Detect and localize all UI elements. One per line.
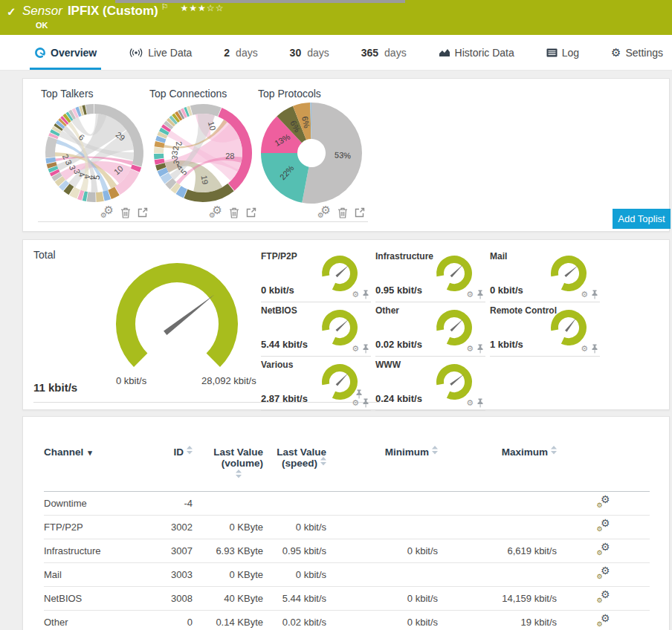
mini-gauge-various: Various2.87 kbit/s⚙ [261, 357, 371, 411]
mini-gauge-value: 0.02 kbit/s [375, 339, 422, 350]
open-toplist-button[interactable] [355, 207, 365, 218]
tab-settings[interactable]: ⚙Settings [607, 35, 668, 70]
gear-icon: ⚙ [611, 47, 621, 58]
gauge-settings-icon[interactable]: ⚙ [352, 290, 359, 299]
pin-icon [476, 344, 484, 354]
tab-365-days[interactable]: 365days [357, 35, 411, 70]
mini-gauge-title: Infrastructure [375, 251, 433, 262]
cell-id: 3002 [148, 516, 193, 539]
tab-log[interactable]: Log [542, 35, 584, 70]
tab-live-data[interactable]: Live Data [124, 35, 196, 70]
toplist-chart[interactable]: 2910623334445 [42, 101, 146, 205]
sort-arrows-icon[interactable] [432, 446, 438, 455]
toplist-top-connections: Top Connections1028195433322⚙⚙ [146, 85, 259, 222]
mini-gauge-value: 0.95 kbit/s [375, 285, 422, 296]
total-gauge-min: 0 kbit/s [116, 375, 146, 386]
toplist-top-protocols: Top Protocols53%22%13%6%6%⚙⚙ [255, 85, 368, 222]
tab-30-days[interactable]: 30days [285, 35, 334, 70]
tab-label: Historic Data [455, 47, 514, 59]
pin-icon[interactable] [476, 290, 484, 299]
svg-text:2: 2 [171, 146, 180, 151]
table-row: Mail30030 KByte0 kbit/s⚙⚙ [44, 563, 650, 587]
svg-text:28: 28 [225, 152, 234, 160]
toplist-settings-icon[interactable]: ⚙⚙ [100, 207, 114, 218]
channel-settings-icon[interactable]: ⚙⚙ [597, 496, 610, 508]
mini-gauge-chart [548, 305, 589, 347]
pin-icon[interactable] [591, 344, 598, 354]
pin-icon[interactable] [362, 398, 369, 408]
tab-historic-data[interactable]: Historic Data [434, 35, 519, 70]
column-header-last-value-volume-[interactable]: Last Value(volume) [193, 445, 263, 492]
cell-minimum: 0 kbit/s [326, 611, 438, 630]
gauge-icon [34, 47, 46, 59]
flag-icon[interactable]: ⚐ [161, 2, 169, 12]
gauge-settings-icon[interactable]: ⚙ [466, 399, 474, 407]
tab-label: Overview [51, 47, 97, 59]
delete-toplist-button[interactable] [337, 207, 348, 218]
mini-gauge-www: WWW0.24 kbit/s⚙ [375, 357, 485, 411]
sort-arrows-icon[interactable] [551, 446, 557, 455]
channel-settings-icon[interactable]: ⚙⚙ [597, 591, 610, 603]
column-header-minimum[interactable]: Minimum [326, 445, 438, 492]
column-header-maximum[interactable]: Maximum [438, 445, 557, 492]
pin-icon[interactable] [591, 290, 598, 299]
delete-icon [120, 207, 131, 218]
tab-number: 30 [290, 47, 302, 59]
column-header-id[interactable]: ID [148, 445, 193, 492]
tab-2-days[interactable]: 2days [219, 35, 262, 70]
toplist-settings-icon[interactable]: ⚙⚙ [209, 207, 222, 218]
pin-icon[interactable] [362, 290, 369, 299]
gauge-settings-icon[interactable]: ⚙ [581, 290, 588, 299]
add-toplist-button[interactable]: Add Toplist [613, 209, 671, 229]
mini-gauge-value: 0 kbit/s [490, 285, 523, 296]
delete-toplist-button[interactable] [229, 207, 239, 218]
gauge-settings-icon[interactable]: ⚙ [352, 399, 359, 407]
table-row: Other00.14 KByte0.02 kbit/s0 kbit/s19 kb… [44, 611, 650, 630]
column-header-last-value-speed-[interactable]: Last Value(speed) [263, 445, 326, 492]
column-label: Last Value [213, 446, 263, 458]
delete-icon [337, 207, 348, 218]
mini-gauge-remote-control: Remote Control1 kbit/s⚙ [490, 303, 600, 357]
total-gauge-title: Total [33, 249, 56, 261]
toplist-settings-icon[interactable]: ⚙⚙ [317, 207, 331, 218]
cell-last-value-speed: 0.95 kbit/s [263, 539, 326, 563]
total-gauge-value: 11 kbit/s [33, 381, 77, 394]
mini-gauge-title: NetBIOS [261, 305, 297, 316]
toplist-top-talkers: Top Talkers2910623334445⚙⚙ [38, 85, 151, 222]
sort-arrows-icon[interactable] [320, 457, 326, 466]
channel-settings-icon[interactable]: ⚙⚙ [597, 520, 610, 532]
cell-settings: ⚙⚙ [557, 611, 650, 630]
mini-gauge-chart [319, 305, 361, 347]
sort-arrows-icon[interactable] [187, 446, 193, 455]
priority-stars[interactable]: ★★★☆☆ [181, 3, 224, 13]
column-header-channel[interactable]: Channel▾ [44, 445, 148, 492]
toplist-title: Top Protocols [255, 88, 368, 100]
cell-minimum [326, 492, 438, 516]
cell-settings: ⚙⚙ [557, 492, 650, 516]
log-icon [546, 48, 558, 57]
cell-minimum: 0 kbit/s [326, 539, 438, 563]
cell-last-value-volume: 0 KByte [193, 563, 263, 587]
gauge-settings-icon[interactable]: ⚙ [581, 345, 588, 353]
tab-label: Log [562, 47, 579, 59]
toplist-chart[interactable]: 1028195433322 [151, 101, 255, 205]
toplist-chart[interactable]: 53%22%13%6%6% [259, 101, 364, 205]
gauge-settings-icon[interactable]: ⚙ [466, 345, 474, 353]
pin-icon[interactable] [476, 344, 484, 354]
tab-overview[interactable]: Overview [30, 35, 101, 70]
channel-settings-icon[interactable]: ⚙⚙ [597, 615, 610, 627]
column-header-gear[interactable] [557, 445, 650, 492]
cell-last-value-speed: 0 kbit/s [263, 516, 326, 539]
pin-icon[interactable] [362, 344, 369, 354]
channel-settings-icon[interactable]: ⚙⚙ [597, 568, 610, 579]
channel-settings-icon[interactable]: ⚙⚙ [597, 544, 610, 556]
pin-icon[interactable] [476, 398, 484, 408]
cell-settings: ⚙⚙ [557, 516, 650, 539]
gauge-settings-icon[interactable]: ⚙ [352, 345, 359, 353]
channel-table: Channel▾IDLast Value(volume)Last Value(s… [44, 445, 650, 630]
gauge-settings-icon[interactable]: ⚙ [466, 290, 474, 299]
sort-arrows-icon[interactable] [236, 470, 242, 478]
delete-toplist-button[interactable] [120, 207, 131, 218]
pin-icon [476, 398, 484, 408]
cell-last-value-speed: 0 kbit/s [263, 563, 326, 587]
